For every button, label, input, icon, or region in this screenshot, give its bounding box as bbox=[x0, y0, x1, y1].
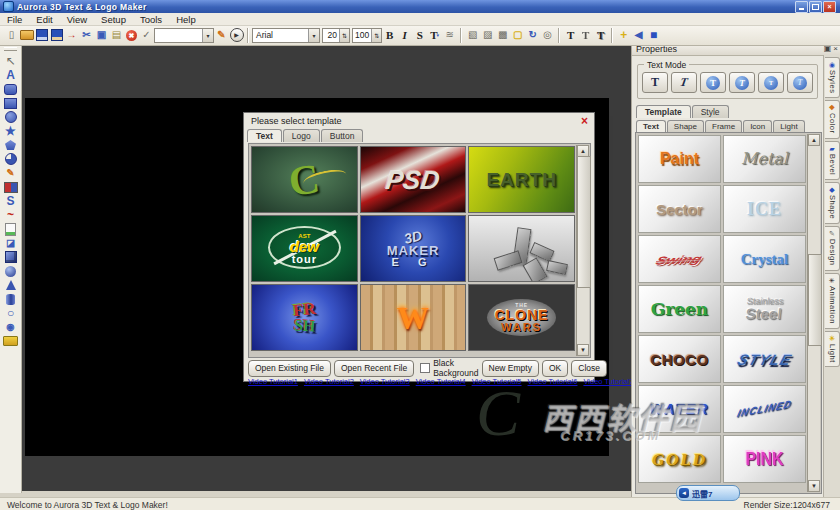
close-button[interactable]: × bbox=[823, 1, 836, 13]
styles-side-tab[interactable]: ◉ Styles bbox=[825, 57, 840, 98]
open-existing-file-button[interactable]: Open Existing File bbox=[248, 360, 331, 377]
s-shape-tool-icon[interactable]: S bbox=[2, 194, 19, 208]
play-button[interactable]: ▶ bbox=[229, 27, 244, 43]
truck-tool-icon[interactable] bbox=[2, 334, 19, 348]
edit-pencil-button[interactable]: ✎ bbox=[214, 27, 229, 43]
video-tutorial-link[interactable]: Video Tutorial1 bbox=[248, 377, 298, 386]
book-shape-tool-icon[interactable] bbox=[2, 180, 19, 194]
texture-icon[interactable]: ▩ bbox=[495, 27, 510, 43]
subtab-light[interactable]: Light bbox=[773, 120, 804, 132]
color-side-tab[interactable]: ❖ Color bbox=[825, 100, 840, 138]
rotate-view-icon[interactable]: ↻ bbox=[525, 27, 540, 43]
video-tutorial-link[interactable]: Video Tutorial7 bbox=[583, 377, 633, 386]
template-style[interactable]: STYLE bbox=[723, 335, 806, 383]
menu-view[interactable]: View bbox=[60, 14, 94, 25]
scroll-down-icon[interactable]: ▼ bbox=[577, 344, 589, 356]
copy-icon[interactable]: ▣ bbox=[94, 27, 109, 43]
design-side-tab[interactable]: ✎ Design bbox=[825, 226, 840, 270]
subtab-frame[interactable]: Frame bbox=[705, 120, 742, 132]
animation-side-tab[interactable]: ✳ Animation bbox=[825, 273, 840, 329]
toolbar-grip[interactable] bbox=[4, 47, 17, 51]
template-3d-maker[interactable]: 3D MAKER E G bbox=[360, 215, 467, 282]
subtab-shape[interactable]: Shape bbox=[667, 120, 704, 132]
open-recent-file-button[interactable]: Open Recent File bbox=[334, 360, 414, 377]
scrollbar-thumb[interactable] bbox=[808, 254, 822, 346]
wireframe-icon[interactable]: ▢ bbox=[510, 27, 525, 43]
template-paint[interactable]: Paint bbox=[638, 135, 721, 183]
template-swing[interactable]: Swing bbox=[638, 235, 721, 283]
text-mode-italic-button[interactable]: T bbox=[671, 72, 697, 93]
cylinder-tool-icon[interactable] bbox=[2, 292, 19, 306]
new-empty-button[interactable]: New Empty bbox=[482, 360, 539, 377]
text-mode-3d-outline-button[interactable]: T bbox=[787, 72, 813, 93]
video-tutorial-link[interactable]: Video Tutorial3 bbox=[360, 377, 410, 386]
template-fresh[interactable]: FR SH bbox=[251, 284, 358, 351]
style-combo[interactable]: ▾ bbox=[154, 28, 214, 43]
tab-template[interactable]: Template bbox=[636, 105, 691, 118]
template-fire-wood[interactable]: W bbox=[360, 284, 467, 351]
material-icon[interactable]: ▨ bbox=[480, 27, 495, 43]
xunlei-download-button[interactable]: ◄ 迅雷7 bbox=[676, 485, 740, 501]
text-tool-icon[interactable]: A bbox=[2, 68, 19, 82]
cone-tool-icon[interactable] bbox=[2, 278, 19, 292]
bold-button[interactable]: B bbox=[382, 27, 397, 43]
template-list-scrollbar[interactable]: ▲ ▼ bbox=[807, 134, 820, 492]
template-clone-wars[interactable]: THE CLONE WARS bbox=[468, 284, 575, 351]
delete-icon[interactable]: ✖ bbox=[124, 27, 139, 43]
menu-setup[interactable]: Setup bbox=[94, 14, 133, 25]
new-file-icon[interactable]: ▯ bbox=[4, 27, 19, 43]
back-icon[interactable]: ◀ bbox=[631, 27, 646, 43]
sphere-map-icon[interactable]: ◎ bbox=[540, 27, 555, 43]
scroll-up-icon[interactable]: ▲ bbox=[808, 134, 820, 146]
dialog-scrollbar[interactable]: ▲ ▼ bbox=[576, 145, 589, 356]
paste-icon[interactable]: ▤ bbox=[109, 27, 124, 43]
shade-icon[interactable]: ▧ bbox=[465, 27, 480, 43]
video-tutorial-link[interactable]: Video Tutorial4 bbox=[416, 377, 466, 386]
open-file-icon[interactable] bbox=[19, 27, 34, 43]
star-tool-icon[interactable]: ★ bbox=[2, 124, 19, 138]
text-mode-3d-button[interactable]: T bbox=[700, 72, 726, 93]
rounded-rect-tool-icon[interactable] bbox=[2, 82, 19, 96]
template-c-logo[interactable]: C bbox=[251, 146, 358, 213]
template-metal-letters[interactable] bbox=[468, 215, 575, 282]
text-texture-icon[interactable]: T bbox=[593, 27, 608, 43]
tab-logo[interactable]: Logo bbox=[283, 129, 320, 142]
tab-style[interactable]: Style bbox=[692, 105, 729, 118]
apply-icon[interactable]: ✓ bbox=[139, 27, 154, 43]
template-pink[interactable]: PINK bbox=[723, 435, 806, 483]
save-icon[interactable] bbox=[34, 27, 49, 43]
text-bevel-icon[interactable]: T bbox=[563, 27, 578, 43]
text-orientation-button[interactable]: T▾ bbox=[427, 27, 442, 43]
pie-tool-icon[interactable] bbox=[2, 152, 19, 166]
video-tutorial-link[interactable]: Video Tutorial2 bbox=[304, 377, 354, 386]
color-swatch-icon[interactable]: ■ bbox=[646, 27, 661, 43]
italic-button[interactable]: I bbox=[397, 27, 412, 43]
dialog-close-icon[interactable]: × bbox=[581, 115, 594, 127]
extrude-tool-icon[interactable]: ◪ bbox=[2, 236, 19, 250]
spline-edit-tool-icon[interactable]: ~ bbox=[2, 208, 19, 222]
export-icon[interactable]: → bbox=[64, 27, 79, 43]
restore-button[interactable] bbox=[809, 1, 822, 13]
menu-help[interactable]: Help bbox=[169, 14, 203, 25]
minimize-button[interactable] bbox=[795, 1, 808, 13]
shape-side-tab[interactable]: ◆ Shape bbox=[825, 182, 840, 224]
template-choco[interactable]: CHOCO bbox=[638, 335, 721, 383]
menu-file[interactable]: File bbox=[0, 14, 29, 25]
subtab-icon[interactable]: Icon bbox=[743, 120, 772, 132]
torus-tool-icon[interactable]: ○ bbox=[2, 306, 19, 320]
pentagon-tool-icon[interactable] bbox=[2, 138, 19, 152]
ellipse-tool-icon[interactable] bbox=[2, 110, 19, 124]
select-tool-icon[interactable]: ↖ bbox=[2, 54, 19, 68]
char-spacing-spinner[interactable]: 100 ⇅ bbox=[352, 28, 382, 43]
tab-button[interactable]: Button bbox=[321, 129, 364, 142]
save-as-icon[interactable] bbox=[49, 27, 64, 43]
black-background-checkbox[interactable] bbox=[420, 363, 430, 373]
cut-icon[interactable]: ✂ bbox=[79, 27, 94, 43]
menu-edit[interactable]: Edit bbox=[29, 14, 59, 25]
import-file-tool-icon[interactable] bbox=[2, 222, 19, 236]
scroll-down-icon[interactable]: ▼ bbox=[808, 480, 820, 492]
template-green[interactable]: Green bbox=[638, 285, 721, 333]
template-gold[interactable]: GOLD bbox=[638, 435, 721, 483]
template-psd[interactable]: PSD bbox=[360, 146, 467, 213]
sphere-tool-icon[interactable] bbox=[2, 264, 19, 278]
